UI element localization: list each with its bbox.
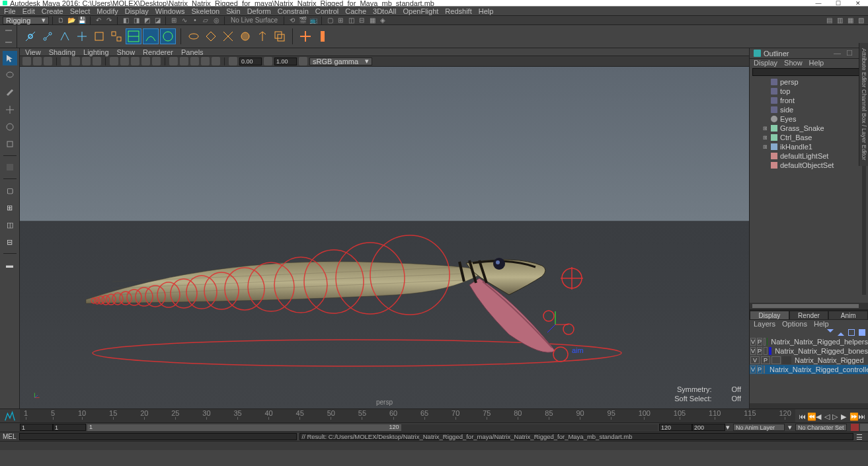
char-set-expand-icon[interactable]: ▾ xyxy=(787,423,793,432)
outliner-tree[interactable]: persptopfrontsideEyes⊞Grass_Snake⊞Ctrl_B… xyxy=(750,76,868,303)
anim-layer-dropdown[interactable]: No Anim Layer xyxy=(733,424,785,431)
select-mask-icon[interactable]: ◪ xyxy=(153,16,162,25)
outliner-item[interactable]: defaultLightSet xyxy=(750,151,868,161)
viewport-layout-5-icon[interactable]: ▬ xyxy=(3,258,17,272)
minimize-button[interactable]: — xyxy=(809,0,828,7)
ik-spline-icon[interactable] xyxy=(143,28,159,44)
menu-deform[interactable]: Deform xyxy=(247,7,271,15)
outliner-item[interactable]: ⊞Ctrl_Base xyxy=(750,133,868,142)
orient-joint-icon[interactable] xyxy=(74,28,90,44)
vp-menu-view[interactable]: View xyxy=(25,48,41,56)
vp-xray-joints-icon[interactable] xyxy=(190,57,199,65)
outliner-menu-display[interactable]: Display xyxy=(754,59,777,67)
script-editor-icon[interactable]: ☰ xyxy=(856,433,865,440)
layer-row[interactable]: VPNatrix_Natrix_Rigged_controllers xyxy=(750,365,868,374)
sidebar-toggle-3-icon[interactable]: ▦ xyxy=(846,16,855,25)
menu-control[interactable]: Control xyxy=(315,7,338,15)
new-empty-layer-icon[interactable] xyxy=(848,329,855,336)
new-layer-selected-icon[interactable] xyxy=(859,329,865,336)
undo-icon[interactable]: ↶ xyxy=(94,16,103,25)
menu-skeleton[interactable]: Skeleton xyxy=(191,7,219,15)
maximize-button[interactable]: ☐ xyxy=(828,0,848,7)
render-current-icon[interactable]: 🎬 xyxy=(298,16,307,25)
gamma-input[interactable] xyxy=(274,58,297,65)
viewport-layout-2-icon[interactable]: ⊞ xyxy=(3,200,17,215)
viewport-layout-1-icon[interactable]: ▢ xyxy=(3,183,17,198)
layer-row[interactable]: VPNatrix_Natrix_Rigged xyxy=(750,356,868,365)
snap-grid-icon[interactable]: ⊞ xyxy=(169,16,178,25)
menu-3dtoall[interactable]: 3DtoAll xyxy=(373,7,396,15)
save-scene-icon[interactable]: 💾 xyxy=(77,16,87,25)
outliner-menu-help[interactable]: Help xyxy=(809,59,824,67)
mirror-joint-icon[interactable] xyxy=(57,28,73,44)
move-layer-down-icon[interactable] xyxy=(838,329,844,336)
snap-live-icon[interactable]: ◎ xyxy=(212,16,221,25)
step-forward-key-icon[interactable]: ⏩ xyxy=(849,412,856,419)
select-by-object-icon[interactable]: ◨ xyxy=(132,16,141,25)
go-to-end-icon[interactable]: ⏭ xyxy=(858,412,865,419)
command-input[interactable] xyxy=(19,433,297,440)
vp-colorspace-icon[interactable] xyxy=(299,57,307,65)
copy-weights-icon[interactable] xyxy=(272,28,288,44)
vp-ao-icon[interactable] xyxy=(201,57,210,65)
wire-icon[interactable] xyxy=(160,28,176,44)
last-tool-icon[interactable] xyxy=(3,160,17,175)
menu-redshift[interactable]: Redshift xyxy=(445,7,471,15)
select-by-hierarchy-icon[interactable]: ◧ xyxy=(121,16,130,25)
rotate-tool-icon[interactable] xyxy=(3,120,17,134)
vp-wireframe-icon[interactable] xyxy=(110,57,118,65)
select-tool-icon[interactable] xyxy=(3,51,17,65)
layer-menu-options[interactable]: Options xyxy=(782,320,807,328)
vp-camera-icon[interactable] xyxy=(22,57,31,65)
script-language-label[interactable]: MEL xyxy=(3,433,17,440)
scale-tool-icon[interactable] xyxy=(3,137,17,151)
viewport[interactable]: aim persp Symmetry:Off Soft Select:Off xyxy=(20,67,749,408)
menu-edit[interactable]: Edit xyxy=(22,7,35,15)
viewport-layout-3-icon[interactable]: ◫ xyxy=(3,217,17,232)
timeline-ruler[interactable]: 1510152025303540455055606570758085909510… xyxy=(20,409,795,422)
single-pane-icon[interactable]: ▢ xyxy=(325,16,335,25)
layout-6-icon[interactable]: ◈ xyxy=(378,16,387,25)
sidebar-toggle-2-icon[interactable]: ▥ xyxy=(835,16,844,25)
layer-row[interactable]: VPNatrix_Natrix_Rigged_bones xyxy=(750,346,868,356)
open-scene-icon[interactable]: 📂 xyxy=(67,16,76,25)
move-layer-up-icon[interactable] xyxy=(827,329,834,336)
four-pane-icon[interactable]: ⊞ xyxy=(336,16,345,25)
menu-display[interactable]: Display xyxy=(125,7,149,15)
layer-menu-layers[interactable]: Layers xyxy=(754,320,775,328)
layer-row[interactable]: VPNatrix_Natrix_Rigged_helpers xyxy=(750,337,868,346)
tab-anim[interactable]: Anim xyxy=(828,311,868,320)
layer-menu-help[interactable]: Help xyxy=(814,320,829,328)
outliner-search-input[interactable] xyxy=(752,68,865,76)
ik-handle-icon[interactable] xyxy=(126,28,141,44)
range-end-outer[interactable] xyxy=(692,424,725,431)
vp-isolate-icon[interactable] xyxy=(169,57,178,65)
remove-joint-icon[interactable] xyxy=(91,28,107,44)
ipr-render-icon[interactable]: 📺 xyxy=(309,16,318,25)
outliner-item[interactable]: Eyes xyxy=(750,114,868,124)
connect-joint-icon[interactable] xyxy=(108,28,124,44)
vp-film-gate-icon[interactable] xyxy=(71,57,80,65)
outliner-item[interactable]: persp xyxy=(750,77,868,87)
character-set-dropdown[interactable]: No Character Set xyxy=(795,424,847,431)
interactive-bind-icon[interactable] xyxy=(203,28,219,44)
snap-point-icon[interactable]: • xyxy=(190,16,200,25)
two-pane-icon[interactable]: ◫ xyxy=(346,16,356,25)
vp-textured-icon[interactable] xyxy=(131,57,139,65)
outliner-item[interactable]: side xyxy=(750,105,868,114)
range-start-inner[interactable] xyxy=(53,424,86,431)
menu-modify[interactable]: Modify xyxy=(97,7,118,15)
viewport-layout-4-icon[interactable]: ⊟ xyxy=(3,235,17,249)
layers-list[interactable]: VPNatrix_Natrix_Rigged_helpersVPNatrix_N… xyxy=(750,337,868,403)
tab-display[interactable]: Display xyxy=(750,311,789,320)
redo-icon[interactable]: ↷ xyxy=(104,16,114,25)
play-forward-icon[interactable]: ▷ xyxy=(832,412,839,419)
bind-skin-icon[interactable] xyxy=(186,28,202,44)
menu-help[interactable]: Help xyxy=(479,7,494,15)
menu-skin[interactable]: Skin xyxy=(226,7,240,15)
vp-lights-icon[interactable] xyxy=(141,57,150,65)
range-track[interactable]: 1120 xyxy=(87,424,658,431)
range-start-outer[interactable] xyxy=(20,424,53,431)
step-back-key-icon[interactable]: ⏪ xyxy=(807,412,814,419)
outliner-menu-show[interactable]: Show xyxy=(784,59,803,67)
